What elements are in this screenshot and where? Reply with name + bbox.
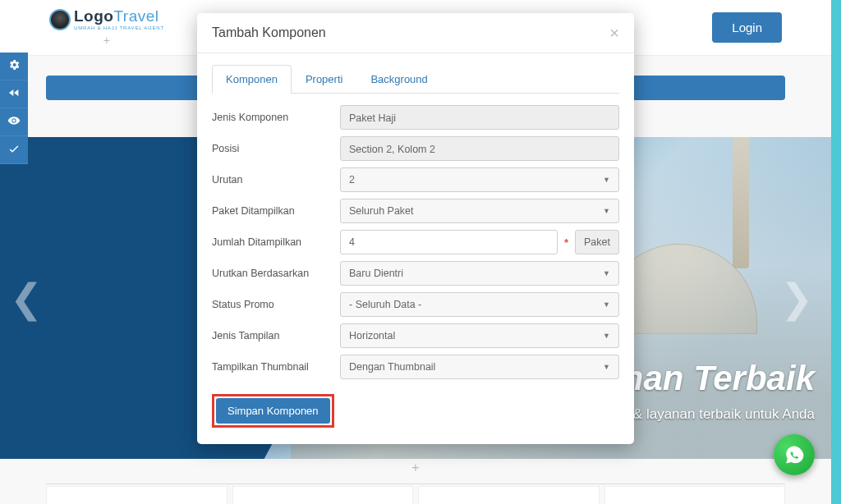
add-section-icon[interactable]: + bbox=[411, 460, 419, 475]
logo[interactable]: LogoTravel UMRAH & HAJJ TRAVEL AGENT bbox=[49, 8, 164, 30]
confirm-button[interactable] bbox=[0, 136, 28, 164]
divider bbox=[46, 483, 785, 484]
label-status-promo: Status Promo bbox=[212, 299, 340, 310]
field-jenis-komponen: Paket Haji bbox=[340, 105, 619, 130]
slider-prev-button[interactable]: ❮ bbox=[10, 275, 43, 321]
logo-name-part1: Logo bbox=[74, 7, 113, 25]
gears-icon bbox=[7, 58, 21, 71]
label-urutkan-berdasarkan: Urutkan Berdasarkan bbox=[212, 268, 340, 279]
required-marker: * bbox=[564, 236, 568, 249]
right-color-strip bbox=[831, 0, 841, 504]
input-jumlah-ditampilkan[interactable] bbox=[340, 230, 558, 254]
eye-icon bbox=[7, 114, 21, 127]
chevron-down-icon: ▼ bbox=[603, 300, 610, 309]
rewind-icon bbox=[7, 86, 21, 99]
modal-tabs: Komponen Properti Background bbox=[212, 65, 619, 94]
chevron-down-icon: ▼ bbox=[603, 332, 610, 340]
bottom-row bbox=[46, 486, 785, 504]
label-jumlah-ditampilkan: Jumlah Ditampilkan bbox=[212, 236, 340, 248]
chevron-down-icon: ▼ bbox=[603, 269, 610, 277]
select-status-promo[interactable]: - Seluruh Data -▼ bbox=[340, 292, 619, 317]
select-jenis-tampilan[interactable]: Horizontal▼ bbox=[340, 323, 619, 348]
label-paket-ditampilkan: Paket Ditampilkan bbox=[212, 205, 340, 217]
label-jenis-tampilan: Jenis Tampilan bbox=[212, 330, 340, 341]
select-urutan[interactable]: 2▼ bbox=[340, 167, 619, 192]
logo-icon bbox=[49, 9, 71, 30]
modal-close-button[interactable]: × bbox=[609, 25, 619, 41]
whatsapp-icon bbox=[784, 444, 805, 465]
editor-side-toolbar bbox=[0, 53, 28, 164]
login-button[interactable]: Login bbox=[712, 12, 782, 43]
save-component-button[interactable]: Simpan Komponen bbox=[216, 398, 330, 424]
check-icon bbox=[7, 142, 21, 155]
undo-button[interactable] bbox=[0, 80, 28, 108]
save-highlight-box: Simpan Komponen bbox=[212, 394, 334, 428]
select-tampilkan-thumbnail[interactable]: Dengan Thumbnail▼ bbox=[340, 355, 619, 379]
chevron-down-icon: ▼ bbox=[603, 176, 610, 184]
label-posisi: Posisi bbox=[212, 143, 340, 154]
logo-block: LogoTravel UMRAH & HAJJ TRAVEL AGENT + bbox=[49, 8, 164, 47]
whatsapp-button[interactable] bbox=[774, 434, 815, 475]
chevron-down-icon: ▼ bbox=[603, 363, 610, 371]
select-urutkan-berdasarkan[interactable]: Baru Dientri▼ bbox=[340, 261, 619, 286]
label-urutan: Urutan bbox=[212, 174, 340, 186]
chevron-down-icon: ▼ bbox=[603, 207, 610, 215]
logo-subtitle: UMRAH & HAJJ TRAVEL AGENT bbox=[74, 25, 164, 30]
add-component-modal: Tambah Komponen × Komponen Properti Back… bbox=[197, 13, 634, 444]
modal-title: Tambah Komponen bbox=[212, 25, 326, 40]
modal-header: Tambah Komponen × bbox=[197, 13, 634, 53]
slider-next-button[interactable]: ❯ bbox=[780, 275, 813, 321]
select-paket-ditampilkan[interactable]: Seluruh Paket▼ bbox=[340, 199, 619, 223]
settings-button[interactable] bbox=[0, 53, 28, 80]
tab-background[interactable]: Background bbox=[356, 65, 441, 94]
preview-button[interactable] bbox=[0, 108, 28, 136]
tab-komponen[interactable]: Komponen bbox=[212, 65, 292, 94]
tab-properti[interactable]: Properti bbox=[292, 65, 357, 94]
add-below-logo-icon[interactable]: + bbox=[103, 34, 110, 47]
label-tampilkan-thumbnail: Tampilkan Thumbnail bbox=[212, 361, 340, 373]
unit-paket: Paket bbox=[575, 230, 619, 254]
modal-body: Komponen Properti Background Jenis Kompo… bbox=[197, 53, 634, 444]
logo-name-part2: Travel bbox=[113, 7, 159, 25]
field-posisi: Section 2, Kolom 2 bbox=[340, 136, 619, 161]
label-jenis-komponen: Jenis Komponen bbox=[212, 112, 340, 123]
